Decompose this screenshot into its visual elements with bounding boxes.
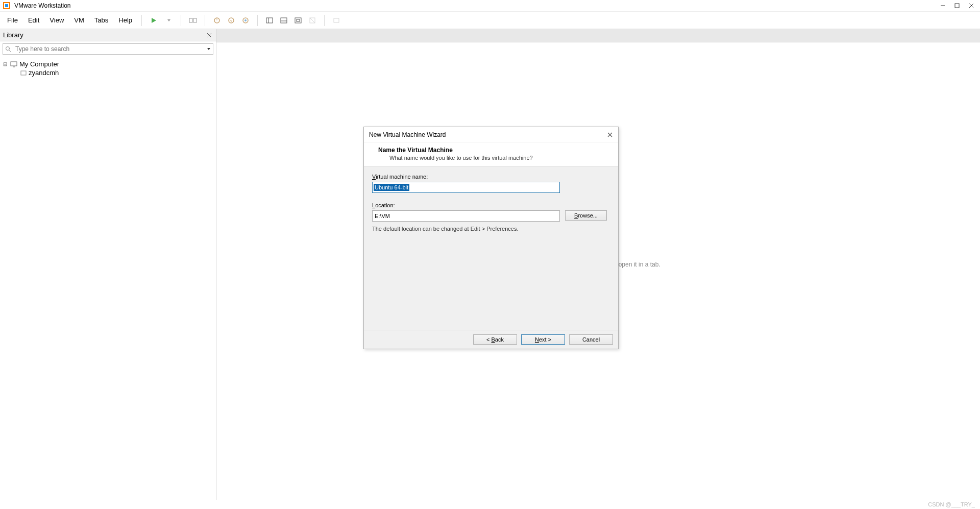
svg-rect-31 [21,71,26,75]
svg-marker-6 [152,18,156,23]
menu-file[interactable]: File [3,14,22,26]
library-search[interactable] [3,43,213,55]
tree-vm-label: zyandcmh [29,69,59,77]
svg-rect-15 [266,18,273,23]
svg-marker-28 [207,48,210,50]
app-title: VMware Workstation [14,2,70,9]
tabstrip [216,29,980,42]
svg-line-27 [9,50,11,52]
svg-rect-3 [955,4,959,8]
new-vm-wizard-dialog: New Virtual Machine Wizard Name the Virt… [363,127,619,349]
dialog-title: New Virtual Machine Wizard [369,131,446,138]
snapshot-take-icon[interactable] [210,14,224,27]
svg-rect-20 [297,19,300,21]
next-button[interactable]: Next > [521,334,565,345]
footer: CSDN @___TRY_ [0,500,980,509]
dialog-header: Name the Virtual Machine What name would… [364,142,618,166]
svg-rect-8 [189,18,192,22]
menu-vm[interactable]: VM [70,14,88,26]
play-icon[interactable] [147,14,160,27]
snapshot-manager-icon[interactable] [239,14,252,27]
svg-point-14 [244,19,247,21]
vm-name-input[interactable]: Ubuntu 64-bit [372,182,560,193]
view-bottom-icon[interactable] [277,14,290,27]
snapshot-revert-icon[interactable] [225,14,238,27]
browse-button[interactable]: Browse... [565,210,607,221]
dialog-body: Virtual machine name: Ubuntu 64-bit Loca… [364,166,618,330]
dialog-subheading: What name would you like to use for this… [378,154,611,161]
vm-icon [20,70,27,76]
view-fullscreen-icon[interactable] [291,14,305,27]
library-close-icon[interactable] [207,33,212,38]
location-note: The default location can be changed at E… [372,226,610,232]
view-unity-icon[interactable] [306,14,319,27]
svg-rect-23 [334,18,339,22]
view-sidebar-icon[interactable] [263,14,276,27]
collapse-icon[interactable]: ⊟ [3,61,8,67]
tree-vm-item[interactable]: zyandcmh [3,68,213,77]
view-console-icon[interactable] [330,14,343,27]
separator [205,15,205,26]
menubar: File Edit View VM Tabs Help [0,12,980,29]
separator [324,15,325,26]
dialog-close-icon[interactable] [607,132,613,138]
menu-help[interactable]: Help [114,14,136,26]
dialog-titlebar: New Virtual Machine Wizard [364,127,618,142]
svg-rect-1 [5,4,8,7]
tree-root-label: My Computer [19,60,59,68]
app-icon [3,2,10,9]
tree-root[interactable]: ⊟ My Computer [3,60,213,68]
titlebar: VMware Workstation [0,0,980,12]
svg-rect-17 [281,18,287,23]
menu-view[interactable]: View [45,14,68,26]
search-input[interactable] [14,45,167,53]
menu-edit[interactable]: Edit [24,14,43,26]
search-icon [5,46,11,52]
library-tree: ⊟ My Computer zyandcmh [0,57,216,80]
svg-line-22 [310,18,315,23]
dialog-heading: Name the Virtual Machine [378,147,611,154]
library-title: Library [3,31,23,39]
library-header: Library [0,29,216,41]
separator [181,15,181,26]
svg-marker-7 [167,19,170,21]
connect-icon[interactable] [186,14,200,27]
svg-rect-29 [11,62,17,66]
separator [141,15,142,26]
watermark: CSDN @___TRY_ [928,501,975,507]
close-button[interactable] [969,3,974,8]
svg-rect-9 [193,18,197,22]
maximize-button[interactable] [954,3,960,8]
back-button[interactable]: < Back [473,334,517,345]
vm-name-label: Virtual machine name: [372,174,610,180]
library-panel: Library ⊟ My Computer [0,29,216,500]
cancel-button[interactable]: Cancel [569,334,613,345]
play-dropdown[interactable] [162,14,176,27]
location-label: Location: [372,202,610,208]
svg-rect-19 [295,18,301,23]
svg-point-26 [6,47,10,51]
computer-icon [10,61,17,67]
dialog-footer: < Back Next > Cancel [364,330,618,349]
vm-name-value: Ubuntu 64-bit [374,184,409,191]
minimize-button[interactable] [940,3,945,8]
menu-tabs[interactable]: Tabs [90,14,112,26]
location-input[interactable] [372,210,560,222]
separator [257,15,258,26]
search-dropdown-icon[interactable] [207,47,211,51]
